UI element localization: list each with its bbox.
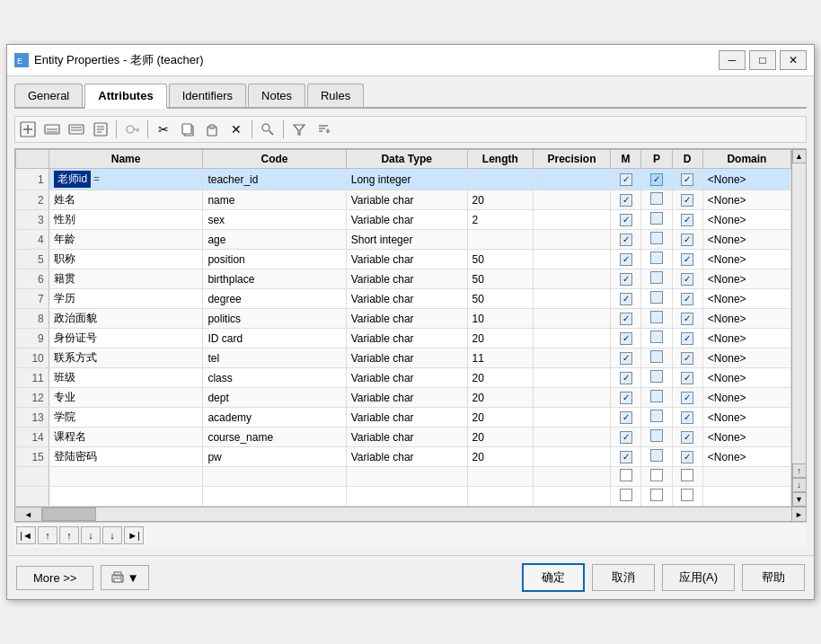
row-name[interactable]: 学院: [49, 408, 203, 428]
scroll-down-button[interactable]: ▼: [792, 492, 807, 507]
row-precision[interactable]: [534, 428, 611, 447]
row-name[interactable]: 性别: [49, 210, 203, 230]
row-displayed[interactable]: [672, 408, 702, 428]
row-code[interactable]: academy: [203, 408, 346, 428]
key-button[interactable]: [121, 119, 143, 140]
row-mandatory[interactable]: [610, 388, 640, 408]
row-length[interactable]: 2: [467, 210, 534, 230]
row-name[interactable]: 老师id=: [49, 169, 203, 190]
table-row[interactable]: 3性别sexVariable char2<None>: [16, 210, 791, 230]
row-primary[interactable]: [641, 269, 672, 289]
hscroll-left-btn[interactable]: ◄: [15, 507, 42, 522]
row-datatype[interactable]: Long integer: [346, 169, 467, 190]
row-mandatory[interactable]: [610, 329, 640, 348]
row-primary[interactable]: [641, 348, 672, 368]
row-precision[interactable]: [534, 169, 611, 190]
print-button[interactable]: ▼: [101, 565, 148, 590]
cut-button[interactable]: ✂: [153, 119, 174, 140]
row-mandatory[interactable]: [610, 190, 640, 210]
row-name[interactable]: 联系方式: [49, 348, 203, 368]
scroll-track[interactable]: [792, 163, 806, 463]
row-datatype[interactable]: Variable char: [346, 289, 467, 309]
row-code[interactable]: class: [203, 368, 346, 388]
row-datatype[interactable]: Variable char: [346, 348, 467, 368]
row-name[interactable]: 姓名: [49, 190, 203, 210]
row-precision[interactable]: [534, 269, 611, 289]
nav-last-button[interactable]: ►|: [124, 526, 144, 544]
row-primary[interactable]: [641, 190, 672, 210]
row-code[interactable]: ID card: [203, 329, 346, 348]
row-precision[interactable]: [534, 210, 611, 230]
table-inner[interactable]: Name Code Data Type Length Precision M P…: [15, 149, 791, 507]
hscroll-right-btn[interactable]: ►: [791, 507, 806, 522]
row-displayed[interactable]: [672, 368, 702, 388]
row-code[interactable]: politics: [203, 309, 346, 329]
row-mandatory[interactable]: [610, 348, 640, 368]
row-datatype[interactable]: Variable char: [346, 388, 467, 408]
row-code[interactable]: name: [203, 190, 346, 210]
row-displayed[interactable]: [672, 169, 702, 190]
row-displayed[interactable]: [672, 329, 702, 348]
row-code[interactable]: course_name: [203, 428, 346, 447]
nav-next-page-button[interactable]: ↓: [102, 526, 122, 544]
row-precision[interactable]: [534, 250, 611, 269]
vertical-scrollbar[interactable]: ▲ ↑ ↓ ▼: [791, 149, 806, 507]
row-mandatory[interactable]: [610, 289, 640, 309]
row-code[interactable]: tel: [203, 348, 346, 368]
row-primary[interactable]: [641, 388, 672, 408]
row-length[interactable]: 20: [467, 447, 534, 467]
row-code[interactable]: birthplace: [203, 269, 346, 289]
row-primary[interactable]: [641, 329, 672, 348]
row-name[interactable]: 年龄: [49, 230, 203, 250]
insert-row-button[interactable]: [41, 119, 63, 140]
row-domain[interactable]: <None>: [702, 269, 790, 289]
row-primary[interactable]: [641, 210, 672, 230]
table-row[interactable]: 9身份证号ID cardVariable char20<None>: [16, 329, 791, 348]
row-mandatory[interactable]: [610, 210, 640, 230]
table-row[interactable]: 1老师id=teacher_idLong integer<None>: [16, 169, 791, 190]
nav-prev-page-button[interactable]: ↑: [38, 526, 57, 544]
row-datatype[interactable]: Variable char: [346, 190, 467, 210]
nav-prev-button[interactable]: ↑: [59, 526, 79, 544]
row-length[interactable]: [467, 230, 534, 250]
row-displayed[interactable]: [672, 250, 702, 269]
row-primary[interactable]: [641, 309, 672, 329]
close-button[interactable]: ✕: [780, 50, 807, 70]
row-datatype[interactable]: Variable char: [346, 428, 467, 447]
row-datatype[interactable]: Variable char: [346, 408, 467, 428]
row-displayed[interactable]: [672, 388, 702, 408]
minimize-button[interactable]: ─: [719, 50, 746, 70]
row-name[interactable]: 登陆密码: [49, 447, 203, 467]
row-code[interactable]: pw: [203, 447, 346, 467]
row-domain[interactable]: <None>: [702, 329, 790, 348]
sort-button[interactable]: [313, 119, 334, 140]
row-mandatory[interactable]: [610, 368, 640, 388]
row-primary[interactable]: [641, 289, 672, 309]
row-length[interactable]: 20: [467, 329, 534, 348]
row-domain[interactable]: <None>: [702, 368, 790, 388]
hscroll-track[interactable]: [42, 507, 791, 521]
tab-general[interactable]: General: [14, 84, 83, 107]
row-name[interactable]: 学历: [49, 289, 203, 309]
row-domain[interactable]: <None>: [702, 309, 790, 329]
row-datatype[interactable]: Variable char: [346, 368, 467, 388]
filter-button[interactable]: [288, 119, 310, 140]
add-row-button[interactable]: [66, 119, 87, 140]
row-domain[interactable]: <None>: [702, 408, 790, 428]
row-code[interactable]: sex: [203, 210, 346, 230]
row-displayed[interactable]: [672, 428, 702, 447]
row-datatype[interactable]: Variable char: [346, 329, 467, 348]
row-domain[interactable]: <None>: [702, 250, 790, 269]
row-name[interactable]: 政治面貌: [49, 309, 203, 329]
row-length[interactable]: 20: [467, 388, 534, 408]
row-domain[interactable]: <None>: [702, 190, 790, 210]
row-name[interactable]: 课程名: [49, 428, 203, 447]
row-code[interactable]: position: [203, 250, 346, 269]
row-mandatory[interactable]: [610, 250, 640, 269]
row-length[interactable]: 20: [467, 368, 534, 388]
delete-button[interactable]: ✕: [225, 119, 247, 140]
table-row[interactable]: 2姓名nameVariable char20<None>: [16, 190, 791, 210]
row-code[interactable]: degree: [203, 289, 346, 309]
row-precision[interactable]: [534, 190, 611, 210]
copy-button[interactable]: [177, 119, 199, 140]
